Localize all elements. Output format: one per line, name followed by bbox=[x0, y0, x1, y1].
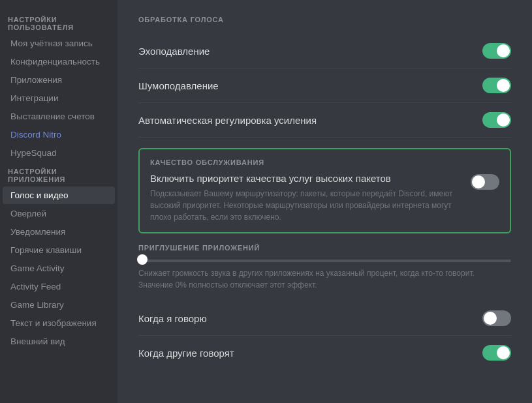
qos-description: Подсказывает Вашему маршрутизатору: паке… bbox=[150, 188, 463, 223]
attenuation-section: ПРИГЛУШЕНИЕ ПРИЛОЖЕНИЙ Снижает громкость… bbox=[138, 244, 511, 291]
sidebar-item-hotkeys[interactable]: Горячие клавиши bbox=[3, 241, 115, 259]
noise-suppression-knob bbox=[497, 79, 510, 92]
when-others-speak-toggle[interactable] bbox=[482, 345, 511, 361]
attenuation-slider-container bbox=[138, 260, 511, 262]
when-i-speak-knob bbox=[484, 312, 497, 325]
sidebar-item-discord-nitro[interactable]: Discord Nitro bbox=[3, 126, 115, 143]
echo-cancellation-row: Эхоподавление bbox=[138, 34, 511, 68]
qos-section-label: КАЧЕСТВО ОБСЛУЖИВАНИЯ bbox=[150, 158, 499, 166]
echo-cancellation-knob bbox=[497, 44, 510, 57]
attenuation-slider-track bbox=[138, 260, 511, 262]
when-i-speak-label: Когда я говорю bbox=[138, 313, 207, 324]
auto-gain-label: Автоматическая регулировка усиления bbox=[138, 115, 317, 126]
noise-suppression-toggle[interactable] bbox=[482, 78, 511, 93]
when-i-speak-toggle[interactable] bbox=[482, 310, 511, 326]
attenuation-label: ПРИГЛУШЕНИЕ ПРИЛОЖЕНИЙ bbox=[138, 244, 511, 252]
main-content: ОБРАБОТКА ГОЛОСА Эхоподавление Шумоподав… bbox=[117, 0, 532, 403]
noise-suppression-row: Шумоподавление bbox=[138, 68, 511, 103]
when-others-speak-knob bbox=[497, 346, 510, 359]
when-others-speak-row: Когда другие говорят bbox=[138, 336, 511, 370]
sidebar-item-appearance[interactable]: Внешний вид bbox=[3, 333, 115, 350]
qos-title: Включить приоритет качества услуг высоки… bbox=[150, 173, 463, 184]
qos-box: КАЧЕСТВО ОБСЛУЖИВАНИЯ Включить приоритет… bbox=[138, 148, 511, 233]
sidebar-item-text-images[interactable]: Текст и изображения bbox=[3, 314, 115, 332]
qos-toggle-knob bbox=[472, 175, 485, 188]
sidebar-item-integrations[interactable]: Интеграции bbox=[3, 89, 115, 107]
sidebar-item-notifications[interactable]: Уведомления bbox=[3, 223, 115, 241]
sidebar-item-hypesquad[interactable]: HypeSquad bbox=[3, 144, 115, 162]
sidebar: НАСТРОЙКИ ПОЛЬЗОВАТЕЛЯ Моя учётная запис… bbox=[0, 0, 117, 403]
user-settings-section-label: НАСТРОЙКИ ПОЛЬЗОВАТЕЛЯ bbox=[0, 10, 117, 34]
sidebar-item-privacy[interactable]: Конфиденциальность bbox=[3, 53, 115, 70]
attenuation-slider-knob[interactable] bbox=[137, 254, 148, 265]
echo-cancellation-label: Эхоподавление bbox=[138, 46, 210, 57]
auto-gain-row: Автоматическая регулировка усиления bbox=[138, 103, 511, 138]
app-settings-section-label: НАСТРОЙКИ ПРИЛОЖЕНИЯ bbox=[0, 162, 117, 186]
sidebar-item-voice-video[interactable]: Голос и видео bbox=[3, 187, 115, 204]
noise-suppression-label: Шумоподавление bbox=[138, 80, 219, 91]
qos-toggle[interactable] bbox=[471, 174, 499, 190]
sidebar-item-billing[interactable]: Выставление счетов bbox=[3, 108, 115, 125]
sidebar-item-my-account[interactable]: Моя учётная запись bbox=[3, 35, 115, 52]
qos-row: Включить приоритет качества услуг высоки… bbox=[150, 173, 499, 223]
sidebar-item-apps[interactable]: Приложения bbox=[3, 71, 115, 89]
when-others-speak-label: Когда другие говорят bbox=[138, 348, 234, 359]
echo-cancellation-toggle[interactable] bbox=[482, 43, 511, 59]
sidebar-item-activity-feed[interactable]: Activity Feed bbox=[3, 278, 115, 295]
sidebar-item-game-library[interactable]: Game Library bbox=[3, 296, 115, 314]
voice-processing-header: ОБРАБОТКА ГОЛОСА bbox=[138, 16, 511, 23]
attenuation-description: Снижает громкость звука в других приложе… bbox=[138, 267, 511, 291]
sidebar-item-overlay[interactable]: Оверлей bbox=[3, 205, 115, 222]
qos-text-block: Включить приоритет качества услуг высоки… bbox=[150, 173, 463, 223]
sidebar-item-game-activity[interactable]: Game Activity bbox=[3, 260, 115, 277]
auto-gain-toggle[interactable] bbox=[482, 112, 511, 128]
auto-gain-knob bbox=[497, 113, 510, 127]
when-i-speak-row: Когда я говорю bbox=[138, 301, 511, 336]
